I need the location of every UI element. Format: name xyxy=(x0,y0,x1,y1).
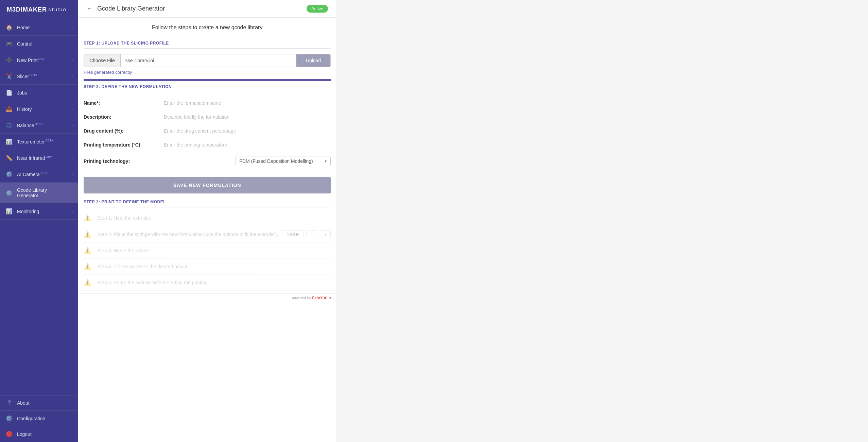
near-infrared-icon: ✏️ xyxy=(5,155,13,161)
file-name-display: sse_library.ini xyxy=(121,54,296,67)
bottom-label-configuration: Configuration xyxy=(17,416,45,421)
sidebar: M3DIMAKERSTUDIO 🏠 Home › 🎮 Control › ➕ N… xyxy=(0,0,78,442)
name-label: Name*: xyxy=(84,100,158,106)
sidebar-logo: M3DIMAKERSTUDIO xyxy=(0,0,78,19)
sidebar-label-history: History xyxy=(17,106,67,112)
sidebar-label-home: Home xyxy=(17,25,67,30)
sidebar-label-gcode-library: Gcode Library Generator xyxy=(17,187,67,198)
step3-actions-s2: Next ▶↑↓ xyxy=(282,230,331,238)
step1-header: STEP 1: UPLOAD THE SLICING PROFILE xyxy=(84,37,331,49)
sidebar-item-balance[interactable]: ⚖️ BalanceBETA › xyxy=(0,117,78,134)
sidebar-label-control: Control xyxy=(17,41,67,47)
sidebar-label-new-print: New PrintDEV xyxy=(17,57,67,63)
bottom-item-logout[interactable]: 🔴 Logout xyxy=(0,426,78,442)
printing-tech-select-wrapper: FDM (Fused Deposition Modelling)SLA (Ste… xyxy=(236,156,331,166)
step2-section: STEP 2: DEFINE THE NEW FORMULATION Name*… xyxy=(84,81,331,193)
page-title: Gcode Library Generator xyxy=(97,5,302,12)
printing-temp-input[interactable] xyxy=(164,142,331,148)
form-row-printing-tech: Printing technology: FDM (Fused Depositi… xyxy=(84,152,331,170)
control-icon: 🎮 xyxy=(5,40,13,47)
sidebar-arrow-home: › xyxy=(71,25,73,30)
description-input[interactable] xyxy=(164,114,331,120)
bottom-item-about[interactable]: ? About xyxy=(0,395,78,411)
bottom-item-configuration[interactable]: ⚙️ Configuration xyxy=(0,411,78,426)
step3-text-s3: Step 3: Home the printer. xyxy=(97,248,331,253)
warning-icon-s1: ⚠️ xyxy=(84,214,93,222)
save-formulation-button[interactable]: SAVE NEW FORMULATION xyxy=(84,177,331,193)
upload-button[interactable]: Upload xyxy=(296,54,330,67)
sidebar-label-jobs: Jobs xyxy=(17,90,67,96)
sidebar-item-monitoring[interactable]: 📊 Monitoring › xyxy=(0,203,78,220)
printing-tech-select[interactable]: FDM (Fused Deposition Modelling)SLA (Ste… xyxy=(236,156,331,166)
texturometer-icon: 📊 xyxy=(5,138,13,145)
sidebar-arrow-control: › xyxy=(71,41,73,46)
formulation-form: Name*: Description: Drug content (%): Pr… xyxy=(84,92,331,174)
logo-studio-text: STUDIO xyxy=(48,8,67,12)
sidebar-label-balance: BalanceBETA xyxy=(17,122,67,128)
logout-icon: 🔴 xyxy=(5,431,13,437)
ai-camera-icon: ⚙️ xyxy=(5,171,13,177)
jobs-icon: 📄 xyxy=(5,89,13,96)
step3-text-s1: Step 1: Heat the extruder. xyxy=(97,215,331,221)
drug-content-label: Drug content (%): xyxy=(84,128,158,134)
step3-btn-s2[interactable]: ↑ xyxy=(306,230,317,238)
new-print-icon: ➕ xyxy=(5,57,13,63)
sidebar-label-texturometer: TexturometerBETA xyxy=(17,139,67,144)
sidebar-item-near-infrared[interactable]: ✏️ Near InfraredDEV › xyxy=(0,150,78,166)
sidebar-label-monitoring: Monitoring xyxy=(17,209,67,214)
sidebar-label-slicer: SlicerBETA xyxy=(17,73,67,79)
step3-item-s1: ⚠️ Step 1: Heat the extruder. xyxy=(84,210,331,226)
form-row-description: Description: xyxy=(84,110,331,124)
sidebar-item-history[interactable]: 📥 History › xyxy=(0,101,78,117)
sidebar-label-near-infrared: Near InfraredDEV xyxy=(17,155,67,161)
page-header: ← Gcode Library Generator Active xyxy=(78,0,336,18)
sidebar-arrow-texturometer: › xyxy=(71,139,73,144)
sidebar-arrow-history: › xyxy=(71,107,73,112)
printing-temp-label: Printing temperature (°C) xyxy=(84,142,158,148)
slicer-icon: ✂️ xyxy=(5,73,13,80)
sidebar-arrow-monitoring: › xyxy=(71,209,73,214)
step2-header: STEP 2: DEFINE THE NEW FORMULATION xyxy=(84,81,331,92)
form-row-printing-temp: Printing temperature (°C) xyxy=(84,138,331,152)
logo-main-text: M3DIMAKER xyxy=(7,6,47,13)
sidebar-nav: 🏠 Home › 🎮 Control › ➕ New PrintDEV › ✂️… xyxy=(0,19,78,395)
back-button[interactable]: ← xyxy=(86,5,92,12)
step3-text-s5: Step 5: Purge the syringe before startin… xyxy=(97,280,331,285)
files-generated-text: Files generated correctly xyxy=(84,67,331,76)
form-row-drug-content: Drug content (%): xyxy=(84,124,331,138)
warning-icon-s5: ⚠️ xyxy=(84,279,93,286)
sidebar-arrow-balance: › xyxy=(71,123,73,128)
sidebar-bottom: ? About ⚙️ Configuration 🔴 Logout xyxy=(0,395,78,442)
history-icon: 📥 xyxy=(5,106,13,112)
sidebar-item-gcode-library[interactable]: ⚙️ Gcode Library Generator › xyxy=(0,183,78,203)
brand-name: FabrX AI xyxy=(312,296,328,300)
choose-file-button[interactable]: Choose File xyxy=(84,54,121,67)
description-label: Description: xyxy=(84,114,158,120)
balance-icon: ⚖️ xyxy=(5,122,13,129)
gcode-library-icon: ⚙️ xyxy=(5,190,13,196)
sidebar-item-texturometer[interactable]: 📊 TexturometerBETA › xyxy=(0,134,78,150)
sidebar-item-new-print[interactable]: ➕ New PrintDEV › xyxy=(0,52,78,68)
step3-steps: ⚠️ Step 1: Heat the extruder. ⚠️ Step 2:… xyxy=(84,207,331,293)
step3-text-s4: Step 4: Lift the nozzle to the desired h… xyxy=(97,264,331,269)
step3-item-s4: ⚠️ Step 4: Lift the nozzle to the desire… xyxy=(84,259,331,275)
sidebar-item-home[interactable]: 🏠 Home › xyxy=(0,19,78,36)
step3-item-s3: ⚠️ Step 3: Home the printer. xyxy=(84,243,331,259)
drug-content-input[interactable] xyxy=(164,128,331,134)
step3-btn-s2[interactable]: Next ▶ xyxy=(282,230,303,238)
name-input[interactable] xyxy=(164,100,331,106)
footer: powered by FabrX AI ▼ xyxy=(78,293,336,302)
monitoring-icon: 📊 xyxy=(5,208,13,215)
configuration-icon: ⚙️ xyxy=(5,415,13,422)
step3-text-s2: Step 2: Place the syringe with the new f… xyxy=(97,232,278,237)
sidebar-arrow-near-infrared: › xyxy=(71,156,73,160)
sidebar-item-jobs[interactable]: 📄 Jobs › xyxy=(0,85,78,101)
upload-section: Choose File sse_library.ini Upload Files… xyxy=(84,49,331,79)
main-content: ← Gcode Library Generator Active Follow … xyxy=(78,0,336,442)
sidebar-item-slicer[interactable]: ✂️ SlicerBETA › xyxy=(0,68,78,85)
sidebar-item-control[interactable]: 🎮 Control › xyxy=(0,36,78,52)
warning-icon-s2: ⚠️ xyxy=(84,231,93,238)
step3-btn-s2[interactable]: ↓ xyxy=(320,230,331,238)
sidebar-item-ai-camera[interactable]: ⚙️ AI CameraDEV › xyxy=(0,166,78,183)
bottom-label-logout: Logout xyxy=(17,431,32,437)
